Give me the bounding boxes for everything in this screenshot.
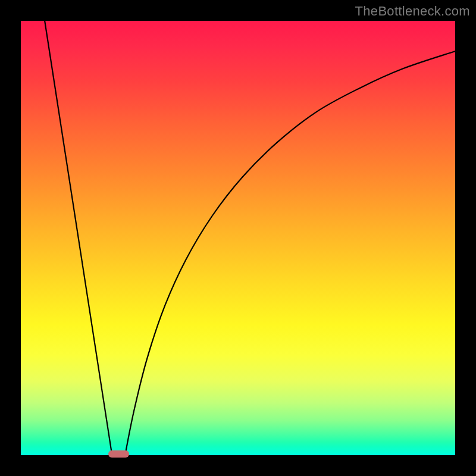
bottleneck-curve xyxy=(45,21,455,455)
chart-svg xyxy=(0,0,476,476)
chart-frame: TheBottleneck.com xyxy=(0,0,476,476)
minimum-marker-pill xyxy=(108,450,129,458)
